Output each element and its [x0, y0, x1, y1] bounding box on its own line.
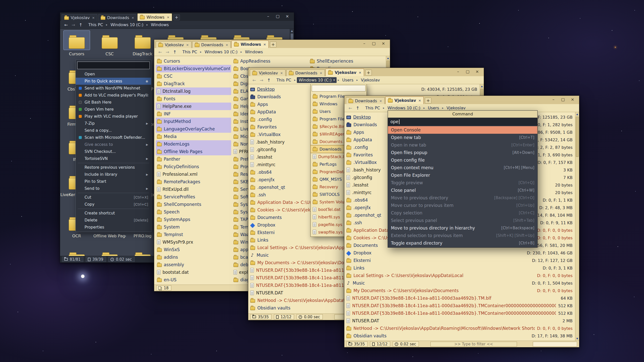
menu-item-delete[interactable]: Delete[Delete] [76, 217, 151, 224]
forward-icon[interactable]: → [258, 78, 265, 83]
tab-windows[interactable]: Windows× [231, 40, 268, 48]
tab-close-icon[interactable]: × [167, 15, 170, 19]
file-item-shellcomponents[interactable]: ShellComponents [156, 201, 231, 208]
file-item-tempinst[interactable]: TempInst [156, 231, 231, 238]
tab-close-icon[interactable]: × [263, 42, 266, 46]
tab-downloads[interactable]: Downloads× [192, 41, 231, 48]
command-item-open-in-new-tab[interactable]: Open in new tab[Ctrl+Enter] [388, 141, 537, 149]
minimize-button[interactable]: – [549, 97, 558, 103]
menu-item-send-a-copy[interactable]: Send a copy... [76, 127, 151, 134]
menu-item-git-bash-here[interactable]: Git Bash Here [76, 99, 151, 106]
minimize-button[interactable]: – [454, 69, 463, 75]
file-item-appreadiness[interactable]: AppReadiness [232, 57, 308, 65]
file-item-rtlexupd-dll[interactable]: RtlExUpd.dll [156, 186, 231, 193]
command-item-open-console[interactable]: Open Console [388, 126, 537, 134]
tab-vjekoslav[interactable]: Vjekoslav× [250, 69, 286, 76]
menu-item-give-access-to[interactable]: Give access to▶ [76, 141, 151, 148]
breadcrumb-segment-windows-10-c[interactable]: Windows 10 (C:)▾ [297, 77, 337, 83]
new-tab-button[interactable]: + [425, 98, 431, 104]
command-input[interactable]: ope [388, 118, 537, 126]
file-item-wmsyspr9-prx[interactable]: WMSysPr9.prx [156, 238, 231, 246]
menu-item-include-in-library[interactable]: Include in library▶ [76, 171, 151, 178]
breadcrumb-segment-this-pc[interactable]: This PC [275, 77, 293, 83]
new-tab-button[interactable]: + [173, 14, 180, 20]
file-item-inf[interactable]: INF [156, 110, 231, 118]
maximize-button[interactable]: ▢ [463, 69, 472, 75]
scroll-up-icon[interactable]: ▲ [480, 84, 484, 88]
new-tab-button[interactable]: + [365, 70, 372, 76]
scroll-down-icon[interactable]: ▼ [575, 337, 579, 341]
breadcrumb-segment-vjekoslav[interactable]: Vjekoslav [445, 105, 467, 111]
tab-vjekoslav[interactable]: Vjekoslav× [326, 69, 364, 76]
minimize-button[interactable]: – [360, 40, 369, 47]
command-item-move-cursor-to-previous-item[interactable]: Move cursor to previous item[Ctrl+Up] [388, 202, 537, 209]
breadcrumb-segment-windows-10-c[interactable]: Windows 10 (C:) [109, 22, 145, 28]
tab-close-icon[interactable]: × [226, 43, 228, 47]
maximize-button[interactable]: ▢ [273, 13, 282, 19]
tab-close-icon[interactable]: × [379, 99, 382, 103]
file-item-eksterni[interactable]: EksterniD: 12, F: 127, 12 GB [344, 257, 579, 264]
up-icon[interactable]: ↑ [171, 50, 178, 55]
file-item-remotepackages[interactable]: RemotePackages [156, 178, 231, 186]
command-item-open-files-popup[interactable]: Open files popup[Alt+Down] [388, 149, 537, 156]
titlebar[interactable]: Vjekoslav×Downloads×Windows×+ – ▢ × [154, 40, 390, 48]
menu-item-pin-to-start[interactable]: Pin to Start [76, 178, 151, 185]
tab-vjekoslav[interactable]: Vjekoslav× [156, 41, 191, 48]
back-icon[interactable]: ← [157, 50, 164, 55]
file-item-panther[interactable]: Panther [156, 155, 231, 163]
command-item-copy-selection[interactable]: Copy selection[Ctrl+C] [388, 209, 537, 217]
file-item-systemapps[interactable]: SystemApps [156, 216, 231, 223]
file-item-addins[interactable]: addins [156, 253, 231, 261]
tab-downloads[interactable]: Downloads× [98, 14, 137, 21]
up-icon[interactable]: ↑ [77, 22, 84, 27]
tab-vjekoslav[interactable]: Vjekoslav× [62, 14, 97, 21]
file-item-local-settings[interactable]: Local Settings -> C:\Users\Vjekoslav\App… [344, 272, 579, 279]
file-item-speech[interactable]: Speech [156, 208, 231, 216]
menu-item-open[interactable]: Open [76, 71, 151, 78]
file-item-bootstat-dat[interactable]: bootstat.dat [156, 268, 231, 276]
file-item-inputmethod[interactable]: InputMethod [156, 118, 231, 125]
tab-close-icon[interactable]: × [320, 71, 323, 75]
file-item-ntuser-dat-53b39e88-18c4-11ea-a811-000d3aa4692b-[interactable]: NTUSER.DAT{53b39e88-18c4-11ea-a811-000d3… [344, 294, 579, 302]
grid-item-schcache[interactable]: SchCache [93, 248, 126, 256]
menu-item-restore-previous-versions[interactable]: Restore previous versions [76, 164, 151, 171]
file-item-offline-web-pages[interactable]: Offline Web Pages [156, 148, 231, 155]
context-menu-filter-input[interactable] [77, 62, 150, 69]
menu-item-send-with-nordvpn-meshnet[interactable]: Send with NordVPN Meshnet [76, 85, 151, 92]
scroll-up-icon[interactable]: ▲ [386, 56, 390, 60]
dropdown-filter-input[interactable] [312, 85, 366, 92]
menu-item-copy[interactable]: Copy[Ctrl+C] [76, 201, 151, 208]
command-item-toggle-expand-directory[interactable]: Toggle expand directory[Ctrl+B] [388, 239, 537, 247]
file-item-policydefinitions[interactable]: PolicyDefinitions [156, 163, 231, 170]
new-tab-button[interactable]: + [270, 41, 276, 48]
file-item-cursors[interactable]: Cursors [156, 57, 231, 65]
breadcrumb-segment-windows-10-c[interactable]: Windows 10 (C:) [386, 105, 422, 111]
command-item-move-to-previous-directory-in-hierarchy[interactable]: Move to previous directory in hierarchy[… [388, 224, 537, 232]
command-item-extend-selection-to-previous-item[interactable]: Extend selection to previous item[Shift+… [388, 232, 537, 239]
file-item-links[interactable]: LinksD: 0, F: 3, 1 KB [344, 264, 579, 272]
close-button[interactable]: × [568, 97, 577, 103]
command-item-toggle-preview[interactable]: Toggle preview[Ctrl+Q] [388, 179, 537, 187]
file-item-ntuser-dat-53b39e88-18c4-11ea-a811-000d3aa4692b-[interactable]: NTUSER.DAT{53b39e88-18c4-11ea-a811-000d3… [344, 309, 579, 317]
scroll-thumb[interactable] [576, 117, 579, 157]
maximize-button[interactable]: ▢ [558, 97, 568, 103]
grid-item-resources[interactable]: Resources [60, 248, 93, 256]
menu-item-svn-checkout[interactable]: SVN Checkout... [76, 148, 151, 155]
titlebar[interactable]: Vjekoslav×Downloads×Windows×+ – ▢ × [60, 13, 294, 21]
breadcrumb-segment-this-pc[interactable]: This PC [181, 49, 199, 55]
titlebar[interactable]: Vjekoslav×Downloads×Vjekoslav×+ – ▢ × [248, 68, 484, 76]
file-item-winsxs[interactable]: WinSxS [156, 246, 231, 253]
tab-downloads[interactable]: Downloads× [346, 97, 385, 104]
file-item-languageoverlaycache[interactable]: LanguageOverlayCache [156, 125, 231, 133]
file-item-en-us[interactable]: en-US [156, 276, 231, 284]
menu-item-play-with-vlc-media-player[interactable]: Play with VLC media player [76, 113, 151, 120]
breadcrumb-segment-vjekoslav[interactable]: Vjekoslav [359, 77, 382, 83]
file-item-dtcinstall-log[interactable]: DtcInstall.log [156, 87, 231, 95]
breadcrumb-segment-windows[interactable]: Windows [243, 49, 265, 55]
vertical-scrollbar[interactable]: ▲ ▼ [575, 112, 579, 341]
menu-item-send-to[interactable]: Send to▶ [76, 185, 151, 192]
tab-close-icon[interactable]: × [280, 71, 283, 75]
breadcrumb-segment-windows[interactable]: Windows [149, 22, 171, 28]
file-item-shellexperiences[interactable]: ShellExperiences [309, 57, 384, 65]
command-item-select-previous-panel[interactable]: Select previous panel[Shift+Tab] [388, 217, 537, 224]
